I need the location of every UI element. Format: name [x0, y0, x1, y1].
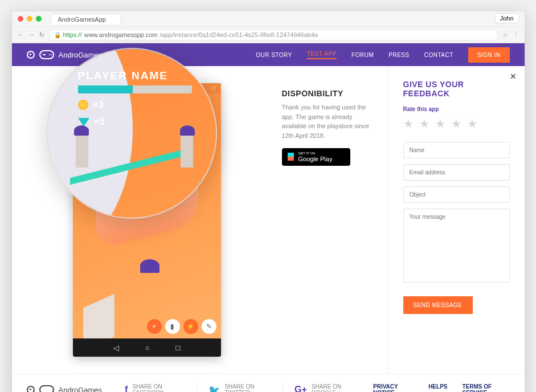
object-field[interactable] — [403, 186, 510, 203]
android-navbar: ◁ ○ □ — [73, 338, 221, 357]
nav-forum[interactable]: FORUM — [351, 52, 374, 58]
browser-window: AndroGamesApp John ← → ↻ 🔒 https://www.a… — [12, 11, 525, 392]
lock-icon: 🔒 — [54, 32, 61, 38]
disponibility-text: Thank you for having used the app. The g… — [282, 103, 377, 140]
action-item-icon[interactable]: ▮ — [165, 319, 180, 334]
forward-icon[interactable]: → — [28, 31, 35, 38]
helps-link[interactable]: HELPS — [428, 383, 447, 392]
main-content: ♡ + ▮ ⚡ ✎ — [12, 66, 525, 374]
share-gp-label: SHARE ON GOOGLE + — [312, 383, 362, 392]
coin-icon — [78, 100, 88, 110]
gplay-overline: GET IT ON — [298, 152, 333, 156]
share-tw-label: SHARE ON TWITTER — [224, 383, 271, 392]
nav-press[interactable]: PRESS — [388, 52, 409, 58]
send-message-button[interactable]: SEND MESSAGE — [403, 296, 473, 314]
address-bar[interactable]: 🔒 https://www.androgamesspp.com/app/inst… — [49, 29, 498, 40]
google-play-icon — [288, 153, 294, 161]
star-2-icon[interactable]: ★ — [419, 117, 429, 130]
gamepad-icon — [39, 385, 54, 392]
back-icon[interactable]: ← — [18, 31, 24, 38]
action-plus-icon[interactable]: + — [147, 319, 162, 334]
url-host: www.androgamesspp.com — [84, 31, 158, 38]
menu-icon[interactable]: ⋮ — [513, 31, 519, 39]
email-field[interactable] — [403, 164, 510, 181]
share-googleplus[interactable]: G+ SHARE ON GOOGLE + — [283, 383, 373, 392]
preview-column: ♡ + ▮ ⚡ ✎ — [12, 66, 282, 374]
hp-bar — [78, 85, 192, 93]
share-facebook[interactable]: f SHARE ON FACEBOOK — [113, 383, 197, 392]
browser-tab[interactable]: AndroGamesApp — [51, 14, 121, 24]
privacy-link[interactable]: PRIVACY NOTICE — [373, 383, 414, 392]
feedback-form: SEND MESSAGE — [403, 142, 510, 314]
bookmark-star-icon[interactable]: ☆ — [502, 31, 508, 39]
site-footer: + AndroGames f SHARE ON FACEBOOK 🐦 SHARE… — [12, 374, 525, 392]
footer-brand-label: AndroGames — [59, 386, 103, 393]
star-1-icon[interactable]: ★ — [403, 117, 414, 130]
window-controls[interactable] — [12, 16, 47, 22]
feedback-panel: ✕ GIVE US YOUR FEEDBACK Rate this app ★ … — [388, 66, 525, 374]
nav-contact[interactable]: CONTACT — [424, 52, 453, 58]
reload-icon[interactable]: ↻ — [39, 31, 44, 39]
url-scheme: https:// — [63, 31, 82, 38]
nav-links: OUR STORY TEST-APP FORUM PRESS CONTACT S… — [256, 47, 509, 63]
disponibility-title: DISPONIBILITY — [282, 89, 377, 98]
google-play-button[interactable]: GET IT ON Google Play — [282, 148, 350, 166]
action-bolt-icon[interactable]: ⚡ — [183, 319, 198, 334]
action-edit-icon[interactable]: ✎ — [202, 319, 216, 334]
message-field[interactable] — [403, 209, 510, 283]
facebook-icon: f — [125, 385, 128, 392]
android-recent-icon[interactable]: □ — [176, 344, 181, 352]
player-name-label: PLAYER NAME — [78, 70, 204, 82]
star-5-icon[interactable]: ★ — [467, 117, 477, 130]
browser-chrome: AndroGamesApp John ← → ↻ 🔒 https://www.a… — [12, 11, 525, 43]
close-icon[interactable]: ✕ — [510, 72, 517, 81]
plus-icon: + — [27, 51, 35, 59]
googleplus-icon: G+ — [294, 385, 307, 392]
share-fb-label: SHARE ON FACEBOOK — [132, 383, 185, 392]
tos-link[interactable]: TERMS OF SERVICE — [462, 383, 509, 392]
star-4-icon[interactable]: ★ — [451, 117, 461, 130]
gplay-label: Google Play — [298, 156, 333, 162]
name-field[interactable] — [403, 142, 510, 158]
plus-icon: + — [27, 386, 35, 392]
coin-count: ×3 — [93, 99, 104, 111]
nav-our-story[interactable]: OUR STORY — [256, 52, 292, 58]
sign-in-button[interactable]: SIGN IN — [468, 47, 510, 63]
url-path: /app/instance/0a1d24ed-ce51-4s25-88e8-12… — [160, 31, 318, 38]
maximize-window-icon[interactable] — [36, 16, 42, 22]
android-home-icon[interactable]: ○ — [145, 344, 150, 352]
info-column: DISPONIBILITY Thank you for having used … — [282, 66, 388, 374]
nav-test-app[interactable]: TEST-APP — [307, 51, 337, 59]
profile-chip[interactable]: John — [495, 13, 519, 23]
minimize-window-icon[interactable] — [27, 16, 32, 22]
game-hud: PLAYER NAME ×3 ×5 — [78, 70, 204, 128]
star-3-icon[interactable]: ★ — [435, 117, 445, 130]
gamepad-icon — [39, 50, 54, 59]
android-back-icon[interactable]: ◁ — [113, 344, 119, 352]
magnifier-lens: PLAYER NAME ×3 ×5 — [46, 48, 217, 219]
gem-count: ×5 — [94, 116, 105, 128]
close-window-icon[interactable] — [18, 16, 23, 22]
rating-stars: ★ ★ ★ ★ ★ — [403, 117, 510, 130]
share-twitter[interactable]: 🐦 SHARE ON TWITTER — [197, 383, 283, 392]
footer-brand[interactable]: + AndroGames — [27, 385, 103, 392]
feedback-title: GIVE US YOUR FEEDBACK — [403, 80, 510, 98]
rate-label: Rate this app — [403, 106, 510, 112]
twitter-icon: 🐦 — [208, 385, 220, 393]
